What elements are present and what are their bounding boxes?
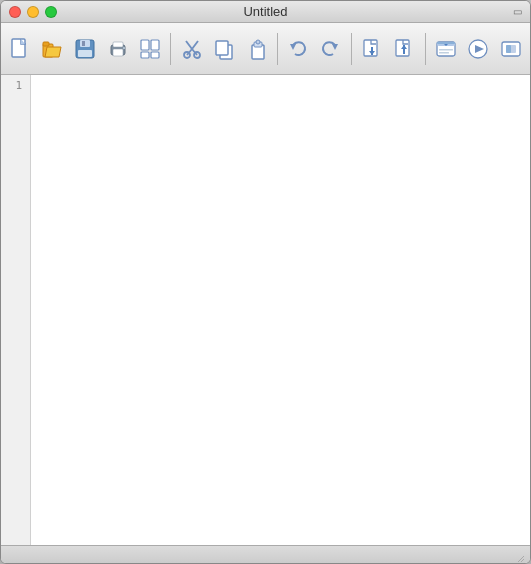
svg-rect-14	[141, 40, 149, 50]
resize-icon: ▭	[513, 6, 522, 17]
line-numbers: 1	[1, 75, 31, 545]
upload-icon	[392, 37, 416, 61]
redo-icon	[318, 37, 342, 61]
pageview-icon	[138, 37, 162, 61]
svg-rect-17	[151, 52, 159, 58]
svg-rect-40	[437, 42, 455, 44]
paste-button[interactable]	[241, 29, 271, 69]
download-icon	[360, 37, 384, 61]
svg-marker-5	[45, 47, 61, 57]
svg-line-50	[521, 559, 524, 562]
save-button[interactable]	[70, 29, 100, 69]
pageview-button[interactable]	[135, 29, 165, 69]
svg-rect-41	[439, 49, 453, 51]
copy-icon	[212, 37, 236, 61]
minimize-button[interactable]	[27, 6, 39, 18]
svg-rect-8	[82, 41, 85, 46]
stop-button[interactable]	[496, 29, 526, 69]
svg-rect-12	[113, 42, 123, 47]
separator-4	[425, 33, 426, 65]
copy-button[interactable]	[209, 29, 239, 69]
svg-line-23	[186, 41, 192, 49]
preview-icon	[434, 37, 458, 61]
traffic-lights	[9, 6, 57, 18]
svg-rect-16	[141, 52, 149, 58]
print-icon	[106, 37, 130, 61]
svg-line-22	[192, 41, 198, 49]
maximize-button[interactable]	[45, 6, 57, 18]
svg-marker-29	[290, 44, 296, 50]
svg-rect-13	[123, 47, 125, 49]
svg-rect-4	[43, 42, 49, 46]
redo-button[interactable]	[315, 29, 345, 69]
editor-area[interactable]	[31, 75, 530, 545]
window-controls-right: ▭	[513, 6, 522, 17]
play-icon	[466, 37, 490, 61]
open-button[interactable]	[37, 29, 67, 69]
preview-button[interactable]	[431, 29, 461, 69]
svg-rect-28	[256, 40, 260, 44]
line-number-1: 1	[1, 79, 26, 93]
svg-rect-48	[506, 45, 511, 53]
main-window: Untitled ▭	[0, 0, 531, 564]
toolbar	[1, 23, 530, 75]
upload-button[interactable]	[389, 29, 419, 69]
svg-rect-42	[439, 52, 449, 54]
paste-icon	[245, 37, 269, 61]
titlebar: Untitled ▭	[1, 1, 530, 23]
separator-2	[277, 33, 278, 65]
svg-rect-15	[151, 40, 159, 50]
print-button[interactable]	[102, 29, 132, 69]
svg-marker-30	[332, 44, 338, 50]
svg-rect-11	[113, 49, 123, 56]
window-title: Untitled	[243, 4, 287, 19]
save-icon	[73, 37, 97, 61]
play-button[interactable]	[463, 29, 493, 69]
undo-icon	[286, 37, 310, 61]
download-button[interactable]	[357, 29, 387, 69]
svg-line-49	[518, 556, 524, 562]
cut-icon	[180, 37, 204, 61]
content-area: 1	[1, 75, 530, 545]
open-folder-icon	[41, 37, 65, 61]
undo-button[interactable]	[283, 29, 313, 69]
separator-3	[351, 33, 352, 65]
stop-icon	[499, 37, 523, 61]
separator-1	[170, 33, 171, 65]
new-button[interactable]	[5, 29, 35, 69]
close-button[interactable]	[9, 6, 21, 18]
svg-rect-25	[216, 41, 228, 55]
svg-rect-9	[78, 50, 92, 57]
statusbar	[1, 545, 530, 563]
cut-button[interactable]	[176, 29, 206, 69]
new-document-icon	[8, 37, 32, 61]
statusbar-resize-icon	[510, 548, 524, 562]
